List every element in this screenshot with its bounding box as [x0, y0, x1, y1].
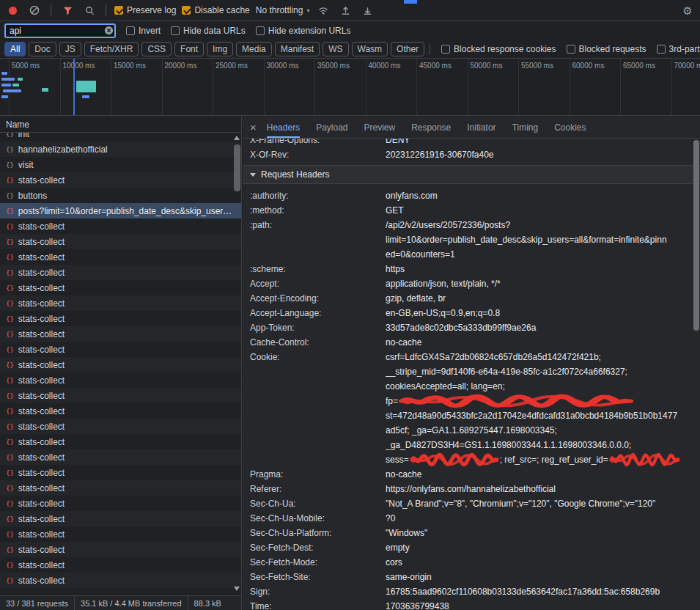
- header-value-line: fp=: [386, 394, 700, 408]
- request-row[interactable]: {}hannahelizabethofficial: [0, 142, 241, 157]
- header-value-line: _ga_D4827DS3H4=GS1.1.1698003344.1.1.1698…: [386, 438, 700, 452]
- type-filter-media[interactable]: Media: [236, 42, 272, 56]
- request-name: posts?limit=10&order=publish_date_desc&s…: [18, 206, 232, 216]
- request-row[interactable]: {}stats-collect: [0, 172, 241, 188]
- details-scrollbar[interactable]: [693, 140, 699, 331]
- clear-filter-icon[interactable]: [104, 26, 114, 35]
- request-row[interactable]: {}stats-collect: [0, 357, 241, 372]
- tab-cookies[interactable]: Cookies: [554, 117, 586, 138]
- type-filter-js[interactable]: JS: [59, 42, 81, 56]
- request-row[interactable]: {}stats-collect: [0, 342, 241, 357]
- type-filter-img[interactable]: Img: [207, 42, 233, 56]
- export-har-button[interactable]: [359, 3, 375, 18]
- tab-preview[interactable]: Preview: [364, 117, 396, 138]
- disable-cache-checkbox[interactable]: Disable cache: [182, 5, 249, 15]
- header-name: Accept:: [243, 276, 386, 291]
- scrollbar-down-icon[interactable]: [234, 587, 240, 591]
- name-column-header[interactable]: Name: [0, 117, 241, 133]
- timeline-overview[interactable]: 5000 ms10000 ms15000 ms20000 ms25000 ms3…: [0, 59, 700, 116]
- preserve-log-checkbox[interactable]: Preserve log: [114, 5, 176, 15]
- header-value: csrf=LdfcGX4Sa72db06824c657db26a5d142472…: [386, 350, 700, 467]
- request-name: stats-collect: [18, 345, 232, 355]
- request-row[interactable]: {}stats-collect: [0, 465, 241, 480]
- header-name: Sec-Ch-Ua-Mobile:: [243, 511, 386, 526]
- throttling-select[interactable]: No throttling ▾: [256, 5, 310, 15]
- 3rd-party-requests-checkbox[interactable]: 3rd-party requests: [657, 44, 700, 54]
- type-filter-other[interactable]: Other: [391, 42, 424, 56]
- timeline-gridline: [60, 59, 61, 115]
- type-filter-css[interactable]: CSS: [141, 42, 172, 56]
- request-row[interactable]: {}stats-collect: [0, 511, 241, 526]
- timeline-activity-bar: [3, 89, 21, 92]
- request-row[interactable]: {}stats-collect: [0, 218, 241, 234]
- header-value: ?0: [386, 511, 700, 526]
- search-button[interactable]: [81, 3, 97, 18]
- request-row[interactable]: {}stats-collect: [0, 434, 241, 449]
- tab-timing[interactable]: Timing: [512, 117, 539, 138]
- type-filter-font[interactable]: Font: [174, 42, 204, 56]
- hide-data-urls-checkbox[interactable]: Hide data URLs: [171, 26, 246, 36]
- type-filter-all[interactable]: All: [4, 42, 26, 56]
- request-row[interactable]: {}stats-collect: [0, 573, 241, 588]
- hide-extension-urls-checkbox[interactable]: Hide extension URLs: [256, 26, 351, 36]
- request-row[interactable]: {}stats-collect: [0, 496, 241, 511]
- tab-payload[interactable]: Payload: [316, 117, 347, 138]
- network-conditions-button[interactable]: [315, 3, 331, 18]
- header-row: :scheme:https: [243, 262, 700, 276]
- request-row[interactable]: {}buttons: [0, 188, 241, 203]
- blocked-requests-checkbox[interactable]: Blocked requests: [567, 44, 646, 54]
- timeline-gridline: [570, 59, 570, 115]
- requests-count: 33 / 381 requests: [0, 596, 75, 610]
- settings-button[interactable]: ⚙: [679, 3, 696, 18]
- tab-initiator[interactable]: Initiator: [467, 117, 495, 138]
- type-filter-fetch-xhr[interactable]: Fetch/XHR: [84, 42, 139, 56]
- type-filter-manifest[interactable]: Manifest: [275, 42, 320, 56]
- type-filter-ws[interactable]: WS: [323, 42, 348, 56]
- request-row[interactable]: {}visit: [0, 157, 241, 172]
- request-row[interactable]: {}stats-collect: [0, 557, 241, 573]
- timeline-gridline: [518, 59, 519, 115]
- request-row[interactable]: {}stats-collect: [0, 388, 241, 403]
- request-row[interactable]: {}stats-collect: [0, 403, 241, 419]
- request-name: stats-collect: [18, 452, 232, 463]
- request-row[interactable]: {}stats-collect: [0, 249, 241, 265]
- request-row[interactable]: {}stats-collect: [0, 295, 241, 311]
- request-row[interactable]: {}stats-collect: [0, 265, 241, 280]
- request-row[interactable]: {}stats-collect: [0, 526, 241, 542]
- request-row[interactable]: {}stats-collect: [0, 419, 241, 434]
- request-list-scrollbar[interactable]: [234, 144, 240, 191]
- import-har-button[interactable]: [337, 3, 353, 18]
- request-row[interactable]: {}stats-collect: [0, 280, 241, 295]
- scrollbar-up-icon[interactable]: [234, 136, 240, 140]
- header-value-line: cors: [386, 555, 700, 570]
- filter-button[interactable]: [59, 3, 75, 18]
- request-row[interactable]: {}stats-collect: [0, 542, 241, 557]
- filter-input[interactable]: [4, 23, 116, 38]
- request-row[interactable]: {}posts?limit=10&order=publish_date_desc…: [0, 203, 241, 218]
- request-list-panel: Name {}init{}hannahelizabethofficial{}vi…: [0, 117, 242, 610]
- tab-headers[interactable]: Headers: [267, 117, 300, 138]
- request-name: stats-collect: [18, 237, 232, 247]
- request-row[interactable]: {}init: [0, 133, 241, 142]
- close-icon[interactable]: ×: [250, 121, 257, 133]
- type-filter-wasm[interactable]: Wasm: [352, 42, 388, 56]
- request-row[interactable]: {}stats-collect: [0, 480, 241, 496]
- request-row[interactable]: {}stats-collect: [0, 326, 241, 342]
- header-row: Referer:https://onlyfans.com/hannaheliza…: [243, 482, 700, 496]
- request-row[interactable]: {}stats-collect: [0, 372, 241, 388]
- tab-response[interactable]: Response: [411, 117, 451, 138]
- type-filter-doc[interactable]: Doc: [29, 42, 56, 56]
- clear-button[interactable]: [26, 3, 43, 18]
- detail-tabs: HeadersPayloadPreviewResponseInitiatorTi…: [267, 117, 586, 138]
- request-row[interactable]: {}stats-collect: [0, 311, 241, 326]
- record-button[interactable]: [4, 3, 21, 18]
- header-value: "Windows": [386, 526, 700, 540]
- header-value: application/json, text/plain, */*: [386, 276, 700, 291]
- request-row[interactable]: {}stats-collect: [0, 449, 241, 465]
- timeline-gridline: [366, 59, 366, 115]
- request-row[interactable]: {}stats-collect: [0, 234, 241, 249]
- invert-checkbox[interactable]: Invert: [126, 26, 161, 36]
- throttling-value: No throttling: [256, 5, 303, 15]
- request-headers-section[interactable]: Request Headers: [243, 165, 700, 184]
- blocked-response-cookies-checkbox[interactable]: Blocked response cookies: [441, 44, 556, 54]
